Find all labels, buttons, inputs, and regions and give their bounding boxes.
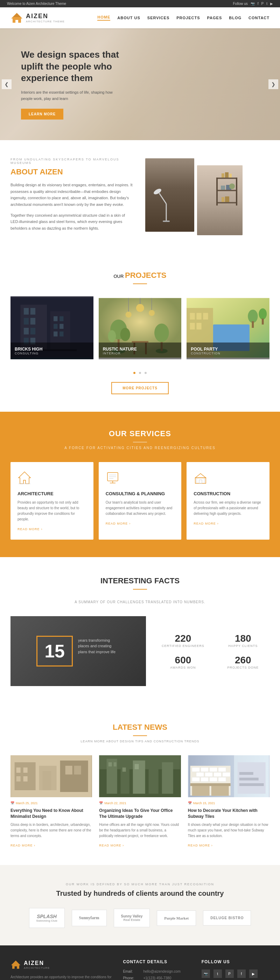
projects-grid: BRICKS HIGH CONSULTING [11, 296, 269, 359]
pinterest-icon[interactable]: P [261, 2, 264, 6]
hero-next-button[interactable]: ❯ [269, 80, 278, 89]
footer-instagram-icon[interactable]: 📷 [202, 969, 210, 978]
service-link-2[interactable]: READ MORE › [106, 522, 174, 525]
svg-rect-115 [213, 772, 221, 776]
logo[interactable]: AIZEN ARCHITECTURE THEME [11, 11, 65, 24]
facts-divider [133, 589, 147, 590]
svg-point-18 [229, 183, 235, 189]
service-link-3[interactable]: READ MORE › [194, 522, 262, 525]
service-text-3: Across our firm, we employ a diverse ran… [194, 500, 262, 517]
news-card-2: 📅 March 22, 2021 Organizing Ideas To Giv… [99, 755, 181, 848]
more-projects-button[interactable]: MORE PROJECTS [111, 382, 169, 394]
projects-section: OUR PROJECTS [0, 253, 280, 412]
client-logo-1: SPLASH Swimming Club [29, 908, 65, 928]
facts-big-number: 15 [45, 642, 65, 660]
footer-logo-sub: ARCHITECTURE [24, 966, 50, 969]
nav-services[interactable]: SERVICES [147, 16, 170, 20]
hero-cta-button[interactable]: LEARN MORE [21, 109, 63, 119]
news-text-2: Home offices are all the rage right now.… [99, 822, 181, 839]
dot-2[interactable] [139, 372, 141, 374]
svg-rect-86 [60, 760, 88, 792]
facts-section: INTERESTING FACTS A SUMMARY OF OUR CHALL… [0, 557, 280, 703]
nav-pages[interactable]: PAGES [207, 16, 222, 20]
project-name-1: BRICKS HIGH [15, 347, 89, 352]
footer-email-value: hello@aizendesign.com [143, 969, 180, 974]
stat-projects: 260 Projects Done [217, 655, 269, 669]
svg-rect-27 [30, 328, 35, 334]
services-title: OUR SERVICES [11, 429, 269, 438]
svg-rect-118 [200, 777, 208, 781]
footer-facebook-icon[interactable]: f [237, 969, 246, 978]
svg-point-4 [153, 188, 162, 196]
client-logo-5: DELUGE BISTRO [203, 910, 251, 926]
dot-1[interactable] [133, 372, 136, 374]
svg-point-68 [259, 308, 267, 320]
svg-point-47 [136, 304, 144, 312]
svg-rect-67 [252, 321, 254, 328]
stat-label-clients: Happy Clients [217, 644, 269, 648]
about-text-2: Together they conceived an asymmetrical … [11, 212, 135, 232]
svg-rect-6 [216, 178, 237, 179]
news-link-1[interactable]: READ MORE › [11, 844, 35, 847]
svg-rect-114 [205, 772, 213, 776]
service-link-1[interactable]: READ MORE › [18, 527, 86, 531]
hero-prev-button[interactable]: ❮ [2, 80, 11, 89]
about-section: FROM UNDULATING SKYSCRAPERS TO MARVELOUS… [0, 140, 280, 253]
project-card-2[interactable]: RUSTIC NATURE INTERIOR [99, 296, 182, 359]
project-card-3[interactable]: POOL PARTY CONSTRUCTION [187, 296, 269, 359]
footer-follow-title: FOLLOW US [202, 959, 269, 964]
footer-pinterest-icon[interactable]: P [226, 969, 234, 978]
construction-icon [194, 471, 208, 485]
svg-rect-80 [199, 480, 202, 484]
svg-line-3 [159, 193, 166, 204]
nav-blog[interactable]: BLOG [229, 16, 242, 20]
stat-num-clients: 180 [217, 633, 269, 644]
news-section: LATEST NEWS LEARN MORE ABOUT DESIGN TIPS… [0, 703, 280, 865]
svg-rect-31 [59, 316, 63, 321]
svg-rect-14 [221, 186, 225, 190]
svg-rect-119 [209, 777, 217, 781]
service-card-consulting: CONSULTING & PLANNING Our team's analyti… [99, 462, 182, 539]
footer-col-social: FOLLOW US 📷 t P f ▶ [202, 959, 269, 980]
news-title-highlight: NEWS [144, 723, 167, 732]
services-description: A FORCE FOR ACTIVATING CITIES AND REENER… [11, 446, 269, 450]
project-category-2: INTERIOR [103, 352, 178, 355]
svg-rect-123 [211, 786, 229, 796]
news-divider [133, 735, 147, 736]
dot-3[interactable] [144, 372, 147, 374]
svg-rect-25 [30, 318, 35, 325]
youtube-icon[interactable]: ▶ [270, 2, 273, 6]
svg-rect-62 [197, 313, 202, 320]
svg-rect-88 [24, 767, 28, 773]
nav-projects[interactable]: PROJECTS [176, 16, 200, 20]
project-card-1[interactable]: BRICKS HIGH CONSULTING [11, 296, 93, 359]
nav-contact[interactable]: CONTACT [248, 16, 269, 20]
footer-twitter-icon[interactable]: t [213, 969, 222, 978]
news-date-3: 📅 March 15, 2021 [188, 802, 269, 805]
clients-section: OUR WORK IS DEFINED BY SO MUCH MORE THAN… [0, 865, 280, 945]
nav-home[interactable]: HOME [97, 15, 110, 21]
instagram-icon[interactable]: 📷 [251, 2, 255, 6]
svg-rect-89 [16, 776, 21, 781]
svg-rect-103 [123, 767, 126, 772]
logo-text-block: AIZEN ARCHITECTURE THEME [26, 13, 65, 23]
news-header: LATEST NEWS LEARN MORE ABOUT DESIGN TIPS… [11, 723, 269, 743]
news-link-2[interactable]: READ MORE › [99, 844, 124, 847]
nav-about[interactable]: ABOUT US [117, 16, 140, 20]
news-card-1: 📅 March 25, 2021 Everything You Need to … [11, 755, 92, 848]
service-title-1: ARCHITECTURE [18, 491, 86, 496]
svg-rect-17 [225, 196, 229, 202]
services-grid: ARCHITECTURE Provides an opportunity to … [11, 462, 269, 539]
footer-youtube-icon[interactable]: ▶ [249, 969, 258, 978]
svg-point-46 [154, 324, 169, 342]
news-link-3[interactable]: READ MORE › [188, 844, 213, 847]
twitter-icon[interactable]: t [266, 2, 267, 6]
about-image-main [145, 158, 194, 232]
projects-label-highlight: PROJECTS [125, 271, 166, 280]
facebook-icon[interactable]: f [258, 2, 259, 6]
project-overlay-2: RUSTIC NATURE INTERIOR [99, 342, 182, 359]
facts-description: A SUMMARY OF OUR CHALLENGES TRANSLATED I… [11, 600, 269, 604]
footer-phone-value: +1(123) 456-7380 [143, 976, 171, 980]
facts-number-section: 15 years transforming places and creatin… [29, 629, 127, 673]
svg-rect-87 [16, 767, 21, 773]
